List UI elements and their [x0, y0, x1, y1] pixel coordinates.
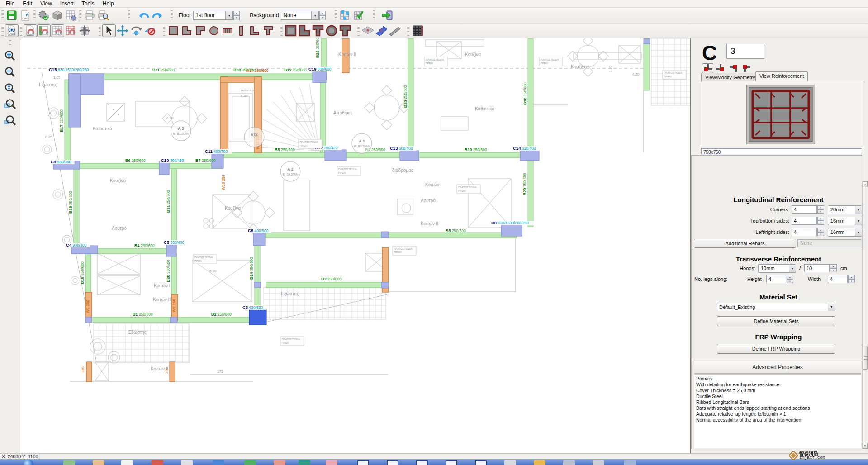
up-arrow-icon[interactable]: ▲ [319, 11, 326, 16]
taskbar-app-icon[interactable] [326, 460, 337, 465]
left-right-count-input[interactable]: 4 [792, 228, 817, 236]
column-L2-tool[interactable] [194, 24, 207, 37]
corners-count-input[interactable]: 4 [792, 205, 817, 214]
material-set-dropdown[interactable]: Default_Existing ▼ [717, 303, 835, 311]
taskbar-app-icon[interactable] [563, 460, 575, 465]
dwg-view-toggle[interactable]: DWG [5, 24, 19, 37]
zoom-out-button[interactable] [2, 65, 18, 79]
windows-taskbar[interactable] [0, 459, 868, 465]
advanced-properties-button[interactable]: Advanced Properties [694, 361, 861, 374]
column-orientation-2[interactable] [715, 63, 726, 73]
left-right-diameter-dropdown[interactable]: 16mm▼ [828, 228, 862, 237]
stairs-tool[interactable] [375, 24, 388, 37]
building-frame-button[interactable] [411, 24, 424, 37]
column-orientation-3[interactable] [728, 63, 740, 73]
big-column-tee-tool[interactable] [338, 24, 352, 37]
scroll-down-arrow[interactable]: ▼ [863, 443, 868, 449]
big-column-rect-tool[interactable] [284, 24, 298, 37]
down-arrow-icon[interactable]: ▼ [319, 15, 326, 20]
define-frp-wrapping-button[interactable]: Define FRP Wrapping [717, 344, 835, 354]
big-column-L-tool[interactable] [298, 24, 311, 37]
save-button[interactable] [5, 9, 19, 22]
taskbar-app-icon[interactable] [624, 460, 636, 465]
taskbar-app-icon[interactable] [213, 460, 224, 465]
select-tool[interactable] [102, 24, 116, 37]
menu-view[interactable]: View [36, 0, 56, 7]
taskbar-app-icon[interactable] [446, 460, 457, 465]
taskbar-app-icon[interactable] [416, 460, 428, 465]
settings-button[interactable] [37, 9, 51, 22]
column-orientation-4[interactable] [741, 63, 752, 73]
export-dwg-button[interactable]: DWG [19, 9, 32, 22]
corners-stepper[interactable]: ▲▼ [817, 205, 824, 214]
column-L-tool[interactable] [180, 24, 194, 37]
column-circle-tool[interactable] [207, 24, 221, 37]
tab-view-modify-geometry[interactable]: View/Modify Geometry [701, 73, 759, 81]
zoom-window-button[interactable] [2, 97, 18, 112]
print-button[interactable] [83, 9, 96, 22]
taskbar-app-icon[interactable] [181, 460, 193, 465]
taskbar-app-icon[interactable] [244, 460, 256, 465]
rotate-tool[interactable] [129, 24, 143, 37]
grid-confirm-button[interactable] [352, 9, 365, 22]
menu-tools[interactable]: Tools [78, 0, 99, 7]
taskbar-app-icon[interactable] [93, 460, 104, 465]
panel-scrollbar[interactable] [862, 181, 868, 449]
grid-settings-button[interactable] [64, 9, 78, 22]
taskbar-app-icon[interactable] [504, 460, 516, 465]
slab-tool[interactable] [361, 24, 375, 37]
column-U-tool[interactable] [248, 24, 261, 37]
legs-height-stepper[interactable]: ▲▼ [787, 275, 793, 283]
taskbar-app-icon[interactable] [357, 460, 369, 465]
background-stepper[interactable]: ▲▼ [319, 11, 326, 20]
top-bottom-stepper[interactable]: ▲▼ [817, 217, 824, 225]
taskbar-app-icon[interactable] [475, 460, 487, 465]
scrollbar-thumb[interactable] [863, 346, 868, 370]
taskbar-app-icon[interactable] [152, 460, 163, 465]
print-preview-button[interactable] [96, 9, 110, 22]
floor-dropdown[interactable]: 1st floor ▼ [193, 11, 233, 20]
hoop-spacing-stepper[interactable]: ▲▼ [830, 264, 837, 272]
3d-view-button[interactable] [51, 9, 64, 22]
zoom-previous-button[interactable] [2, 114, 18, 128]
down-arrow-icon[interactable]: ▼ [233, 15, 240, 20]
zoom-extents-button[interactable] [2, 81, 18, 95]
menu-help[interactable]: Help [99, 0, 118, 7]
mesh-snap-toggle[interactable] [64, 24, 78, 37]
legs-width-stepper[interactable]: ▲▼ [848, 275, 855, 283]
taskbar-app-icon[interactable] [121, 460, 133, 465]
up-arrow-icon[interactable]: ▲ [233, 11, 240, 16]
column-T-tool[interactable] [261, 24, 275, 37]
undo-button[interactable] [137, 9, 151, 22]
taskbar-app-icon[interactable] [387, 460, 398, 465]
taskbar-app-icon[interactable] [63, 460, 75, 465]
background-dropdown[interactable]: None ▼ [281, 11, 319, 20]
big-column-T-tool[interactable] [311, 24, 325, 37]
column-wall-tool[interactable] [234, 24, 248, 37]
left-right-stepper[interactable]: ▲▼ [817, 228, 824, 236]
legs-width-input[interactable]: 4 [828, 275, 848, 283]
scroll-up-arrow[interactable]: ▲ [863, 181, 868, 187]
tab-view-reinforcement[interactable]: View Reinforcement [755, 71, 808, 81]
section-size-field[interactable]: 750x750 [701, 148, 862, 154]
define-material-sets-button[interactable]: Define Material Sets [717, 316, 835, 326]
menu-edit[interactable]: Edit [19, 0, 36, 7]
ramp-tool[interactable] [388, 24, 402, 37]
taskbar-app-icon[interactable] [593, 460, 604, 465]
top-bottom-diameter-dropdown[interactable]: 16mm▼ [828, 217, 862, 225]
floor-plan-canvas[interactable]: C15 630/1530/280/280C19 530/600C9 930/30… [20, 38, 690, 453]
layer-snap-toggle[interactable] [37, 24, 51, 37]
taskbar-app-icon[interactable] [274, 460, 285, 465]
delete-tool[interactable] [143, 24, 157, 37]
hoops-diameter-dropdown[interactable]: 10mm▼ [758, 264, 796, 273]
legs-height-input[interactable]: 4 [766, 275, 786, 283]
top-bottom-count-input[interactable]: 4 [792, 217, 817, 225]
zoom-in-button[interactable] [2, 48, 18, 63]
column-number-input[interactable]: 3 [726, 44, 764, 59]
start-button[interactable] [24, 460, 33, 465]
menu-insert[interactable]: Insert [56, 0, 78, 7]
column-orientation-1[interactable] [702, 63, 713, 73]
numbered-grid-button[interactable] [338, 9, 352, 22]
grid-snap-toggle[interactable] [51, 24, 64, 37]
corners-diameter-dropdown[interactable]: 20mm▼ [828, 205, 862, 214]
